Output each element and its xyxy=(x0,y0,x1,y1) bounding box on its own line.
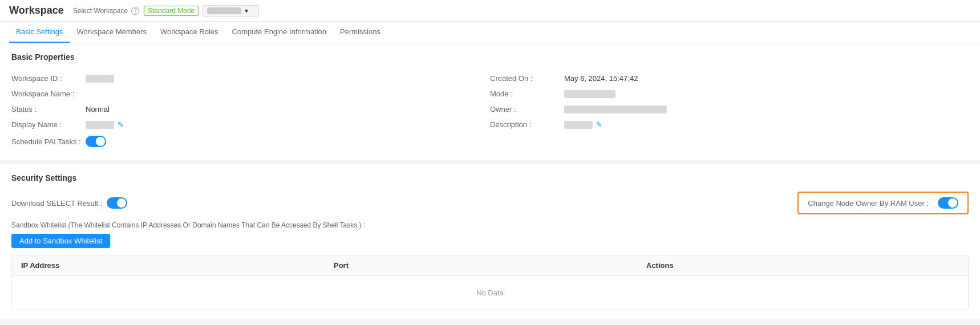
display-name-row: Display Name : ✎ xyxy=(11,117,490,132)
header: Workspace Select Workspace ? Standard Mo… xyxy=(0,0,980,22)
properties-right: Created On : May 6, 2024, 15:47:42 Mode … xyxy=(490,71,969,151)
download-select-toggle[interactable] xyxy=(107,197,127,209)
no-data-text: No Data xyxy=(476,289,504,297)
mode-badge: Standard Mode xyxy=(144,6,199,16)
owner-label: Owner : xyxy=(490,105,564,113)
workspace-select-value xyxy=(207,7,241,14)
tab-permissions[interactable]: Permissions xyxy=(333,22,387,43)
created-on-value: May 6, 2024, 15:47:42 xyxy=(564,74,638,83)
change-node-toggle[interactable] xyxy=(938,197,958,209)
download-select-row: Download SELECT Result : xyxy=(11,193,127,213)
col-actions: Actions xyxy=(646,261,959,270)
security-settings-title: Security Settings xyxy=(11,173,969,182)
change-node-owner-box: Change Node Owner By RAM User : xyxy=(797,192,969,214)
display-name-value xyxy=(86,121,114,129)
download-select-label: Download SELECT Result : xyxy=(11,199,102,208)
created-on-label: Created On : xyxy=(490,74,564,83)
change-node-label: Change Node Owner By RAM User : xyxy=(808,199,929,208)
tabs-container: Basic Settings Workspace Members Workspa… xyxy=(0,22,980,43)
col-ip-address: IP Address xyxy=(21,261,334,270)
main-content: Basic Properties Workspace ID : Workspac… xyxy=(0,43,980,319)
workspace-id-value xyxy=(86,75,114,83)
mode-label: Mode : xyxy=(490,90,564,98)
schedule-pai-row: Schedule PAI Tasks : xyxy=(11,132,490,151)
mode-value xyxy=(564,90,615,98)
page-title: Workspace xyxy=(9,5,64,17)
select-workspace-label: Select Workspace xyxy=(73,7,128,15)
status-label: Status : xyxy=(11,105,86,113)
add-sandbox-whitelist-button[interactable]: Add to Sandbox Whitelist xyxy=(11,234,110,248)
schedule-pai-label: Schedule PAI Tasks : xyxy=(11,137,86,146)
security-toggles-row: Download SELECT Result : Change Node Own… xyxy=(11,192,969,214)
description-edit-icon[interactable]: ✎ xyxy=(596,120,602,129)
properties-left: Workspace ID : Workspace Name : Status :… xyxy=(11,71,490,151)
owner-row: Owner : xyxy=(490,101,969,117)
mode-row: Mode : xyxy=(490,86,969,101)
display-name-edit-icon[interactable]: ✎ xyxy=(118,120,124,129)
help-icon[interactable]: ? xyxy=(131,7,139,15)
created-on-row: Created On : May 6, 2024, 15:47:42 xyxy=(490,71,969,86)
status-value: Normal xyxy=(86,105,110,113)
owner-value xyxy=(564,105,667,113)
workspace-id-label: Workspace ID : xyxy=(11,74,86,83)
schedule-pai-toggle[interactable] xyxy=(86,136,106,147)
sandbox-info-text: Sandbox Whitelist (The Whitelist Contain… xyxy=(11,221,969,229)
whitelist-table-body: No Data xyxy=(11,276,969,310)
tab-workspace-roles[interactable]: Workspace Roles xyxy=(153,22,225,43)
tab-basic-settings[interactable]: Basic Settings xyxy=(9,22,70,43)
tab-workspace-members[interactable]: Workspace Members xyxy=(70,22,153,43)
workspace-name-label: Workspace Name : xyxy=(11,90,86,98)
workspace-id-row: Workspace ID : xyxy=(11,71,490,86)
security-settings-section: Security Settings Download SELECT Result… xyxy=(0,164,980,319)
chevron-down-icon: ▾ xyxy=(245,7,248,15)
description-row: Description : ✎ xyxy=(490,117,969,132)
workspace-select[interactable]: ▾ xyxy=(202,5,259,17)
workspace-name-row: Workspace Name : xyxy=(11,86,490,101)
description-label: Description : xyxy=(490,120,564,129)
tab-compute-engine[interactable]: Compute Engine Information xyxy=(225,22,333,43)
whitelist-table-header: IP Address Port Actions xyxy=(11,255,969,276)
basic-properties-section: Basic Properties Workspace ID : Workspac… xyxy=(0,43,980,160)
display-name-label: Display Name : xyxy=(11,120,86,129)
basic-properties-title: Basic Properties xyxy=(11,52,969,62)
col-port: Port xyxy=(334,261,646,270)
description-value xyxy=(564,121,593,129)
status-row: Status : Normal xyxy=(11,101,490,117)
properties-grid: Workspace ID : Workspace Name : Status :… xyxy=(11,71,969,151)
